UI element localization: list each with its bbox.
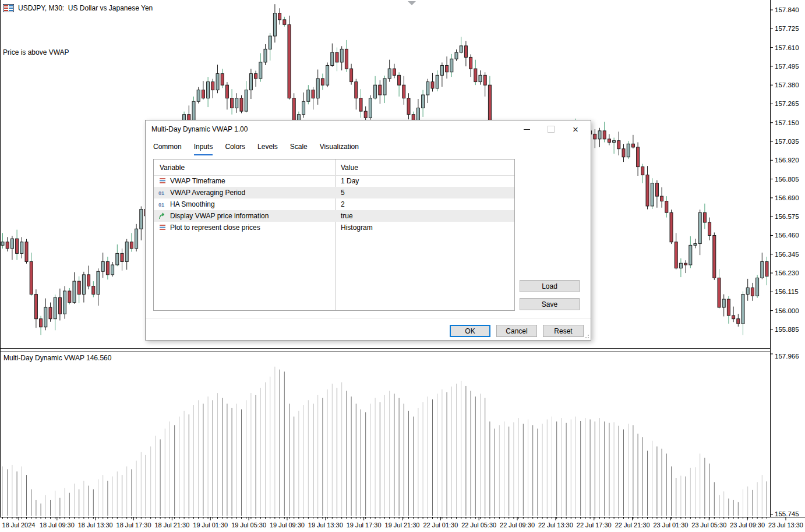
- close-icon: ×: [573, 125, 578, 134]
- candle-body: [689, 245, 692, 265]
- tab-levels[interactable]: Levels: [257, 143, 278, 155]
- price-axis-label: 156.460: [775, 232, 799, 239]
- input-row-0[interactable]: VWAP Timeframe1 Day: [154, 175, 514, 187]
- candle-body: [77, 281, 80, 294]
- candle-body: [249, 74, 252, 90]
- candle-body: [264, 49, 267, 62]
- candle-body: [350, 69, 353, 81]
- candle-body: [665, 201, 668, 213]
- indicator-axis-label: 157.966: [775, 353, 799, 360]
- input-row-value[interactable]: 5: [341, 189, 345, 197]
- time-axis-label: 18 Jul 17:30: [116, 522, 151, 529]
- tab-common[interactable]: Common: [153, 143, 182, 155]
- tab-inputs[interactable]: Inputs: [194, 143, 213, 155]
- save-button[interactable]: Save: [520, 298, 580, 310]
- candle-body: [207, 82, 210, 98]
- time-axis-label: 19 Jul 01:30: [193, 522, 228, 529]
- candle-body: [474, 69, 477, 81]
- candle-body: [49, 307, 52, 319]
- candle-body: [641, 167, 644, 175]
- candle-body: [446, 65, 449, 72]
- input-row-label: Plot to represent close prices: [170, 224, 260, 232]
- time-axis-label: 23 Jul 13:30: [768, 522, 803, 529]
- tab-scale[interactable]: Scale: [290, 143, 308, 155]
- time-axis-label: 18 Jul 2024: [2, 522, 36, 529]
- candle-body: [10, 239, 13, 249]
- input-row-value[interactable]: Histogram: [341, 224, 373, 232]
- input-row-4[interactable]: Plot to represent close pricesHistogram: [154, 222, 514, 233]
- chart-symbol-header: USDJPY, M30: US Dollar vs Japanese Yen: [3, 4, 153, 12]
- time-axis-label: 22 Jul 09:30: [500, 522, 535, 529]
- input-row-value[interactable]: true: [341, 212, 353, 220]
- table-header-row: Variable Value: [154, 159, 514, 176]
- candle-body: [278, 13, 281, 20]
- time-axis-label: 19 Jul 21:30: [385, 522, 420, 529]
- candle-body: [617, 141, 620, 149]
- candle-body: [288, 24, 291, 98]
- candle-body: [321, 79, 324, 85]
- candle-body: [670, 212, 673, 242]
- candle-body: [355, 82, 358, 98]
- maximize-button[interactable]: [539, 120, 563, 138]
- price-axis-label: 156.805: [775, 176, 799, 183]
- candle-body: [388, 69, 391, 79]
- candle-body: [130, 242, 133, 249]
- candle-body: [364, 111, 367, 118]
- candle-body: [97, 271, 100, 294]
- cancel-button[interactable]: Cancel: [496, 325, 537, 337]
- candle-body: [58, 297, 61, 314]
- ok-button[interactable]: OK: [450, 325, 490, 337]
- input-row-value[interactable]: 2: [341, 200, 345, 208]
- chart-symbol-icon: [3, 4, 14, 12]
- candle-body: [16, 239, 19, 253]
- indicator-axis-label: 155.745: [775, 510, 799, 517]
- candle-body: [259, 62, 262, 79]
- candle-body: [44, 307, 47, 327]
- time-axis-label: 19 Jul 17:30: [347, 522, 382, 529]
- candle-body: [651, 183, 654, 206]
- tab-colors[interactable]: Colors: [225, 143, 245, 155]
- tab-visualization[interactable]: Visualization: [320, 143, 359, 155]
- candle-body: [684, 263, 687, 265]
- price-axis-label: 157.725: [775, 25, 799, 32]
- load-button[interactable]: Load: [520, 280, 580, 292]
- dialog-footer: OK Cancel Reset: [146, 318, 591, 340]
- candle-body: [765, 261, 768, 276]
- candle-body: [708, 222, 711, 235]
- input-row-2[interactable]: 01HA Smoothing2: [154, 198, 514, 210]
- candle-body: [302, 101, 305, 114]
- price-axis-label: 157.840: [775, 6, 799, 13]
- resize-grip[interactable]: [583, 332, 589, 338]
- column-header-value: Value: [341, 164, 358, 172]
- price-axis-label: 156.115: [775, 288, 799, 295]
- price-axis-label: 157.495: [775, 63, 799, 70]
- input-row-label: VWAP Timeframe: [170, 177, 225, 185]
- input-row-1[interactable]: 01VWAP Averaging Period5: [154, 187, 514, 198]
- candle-body: [140, 210, 143, 229]
- candle-body: [732, 315, 735, 319]
- candle-body: [34, 295, 37, 319]
- inputs-table: Variable Value VWAP Timeframe1 Day01VWAP…: [153, 159, 515, 311]
- mt5-chart-window: 157.840157.725157.610157.495157.380157.2…: [0, 0, 805, 532]
- candle-body: [125, 242, 128, 262]
- input-row-3[interactable]: Display VWAP price informationtrue: [154, 210, 514, 222]
- time-axis-label: 18 Jul 09:30: [40, 522, 75, 529]
- dialog-title: Multi-Day Dynamic VWAP 1.00: [151, 125, 248, 133]
- input-row-value[interactable]: 1 Day: [341, 177, 359, 185]
- dialog-titlebar[interactable]: Multi-Day Dynamic VWAP 1.00 ×: [146, 120, 591, 138]
- candle-body: [92, 286, 95, 295]
- time-axis-label: 19 Jul 05:30: [231, 522, 266, 529]
- close-button[interactable]: ×: [564, 120, 587, 138]
- minimize-button[interactable]: [515, 120, 538, 138]
- candle-body: [216, 74, 219, 90]
- candle-body: [637, 147, 640, 167]
- candle-body: [422, 95, 425, 108]
- candle-body: [283, 20, 286, 24]
- time-axis-label: 23 Jul 09:30: [730, 522, 765, 529]
- price-axis-label: 157.380: [775, 81, 799, 88]
- reset-button[interactable]: Reset: [543, 325, 584, 337]
- candle-body: [82, 275, 85, 295]
- candle-body: [742, 295, 744, 324]
- candle-body: [737, 319, 740, 324]
- indicator-properties-dialog: Multi-Day Dynamic VWAP 1.00 × CommonInpu…: [145, 120, 591, 341]
